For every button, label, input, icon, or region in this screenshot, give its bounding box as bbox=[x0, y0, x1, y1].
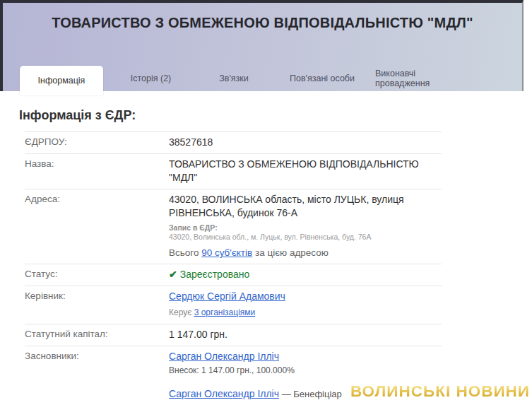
head-label: Керівник: bbox=[25, 290, 169, 319]
check-icon: ✔ bbox=[169, 269, 177, 280]
manages-prefix: Керує bbox=[169, 307, 194, 317]
name-value: ТОВАРИСТВО З ОБМЕЖЕНОЮ ВІДПОВІДАЛЬНІСТЮ … bbox=[169, 158, 441, 184]
tab-bar: Інформація Історія (2) Зв'язки Пов'язані… bbox=[20, 66, 465, 95]
table-row-name: Назва: ТОВАРИСТВО З ОБМЕЖЕНОЮ ВІДПОВІДАЛ… bbox=[25, 154, 442, 189]
subjects-suffix: за цією адресою bbox=[252, 247, 329, 258]
beneficiary-details: Дата Народження 01.06.1978, Країна Грома… bbox=[169, 402, 436, 405]
table-row-capital: Статутний капітал: 1 147.00 грн. bbox=[25, 324, 442, 346]
head-value-block: Сердюк Сергій Адамович Керує 3 організац… bbox=[169, 290, 441, 319]
tab-related-persons[interactable]: Пов'язані особи bbox=[269, 66, 375, 91]
subjects-line: Всього 90 суб'єктів за цією адресою bbox=[169, 246, 441, 259]
status-label: Статус: bbox=[25, 268, 169, 281]
tab-connections[interactable]: Зв'язки bbox=[199, 66, 269, 91]
subjects-count-link[interactable]: 90 суб'єктів bbox=[201, 247, 252, 258]
capital-value: 1 147.00 грн. bbox=[169, 328, 441, 341]
capital-label: Статутний капітал: bbox=[25, 328, 169, 341]
beneficiary-suffix: — Бенефіціар bbox=[279, 389, 342, 399]
company-info-table: ЄДРПОУ: 38527618 Назва: ТОВАРИСТВО З ОБМ… bbox=[25, 131, 442, 405]
registry-note-text: 43020, Волинська обл., м. Луцьк, вул. Рі… bbox=[169, 233, 441, 242]
table-row-edrpou: ЄДРПОУ: 38527618 bbox=[25, 132, 442, 154]
name-label: Назва: bbox=[25, 158, 169, 184]
tab-information[interactable]: Інформація bbox=[20, 66, 103, 95]
status-value-block: ✔Зареєстровано bbox=[169, 268, 441, 281]
table-row-status: Статус: ✔Зареєстровано bbox=[25, 264, 442, 286]
address-label: Адреса: bbox=[25, 193, 169, 259]
manages-line: Керує 3 організаціями bbox=[169, 306, 441, 319]
section-title: Інформація з ЄДР: bbox=[19, 108, 532, 123]
registry-note: Запис в ЄДР: 43020, Волинська обл., м. Л… bbox=[169, 223, 441, 242]
registry-note-title: Запис в ЄДР: bbox=[169, 223, 441, 233]
table-row-address: Адреса: 43020, ВОЛИНСЬКА область, місто … bbox=[25, 189, 442, 264]
tab-history[interactable]: Історія (2) bbox=[103, 66, 199, 91]
news-watermark: ВОЛИНСЬКІ НОВИНИ bbox=[350, 382, 530, 401]
head-name-link[interactable]: Сердюк Сергій Адамович bbox=[169, 290, 285, 302]
edrpou-value: 38527618 bbox=[169, 136, 441, 149]
address-value: 43020, ВОЛИНСЬКА область, місто ЛУЦЬК, в… bbox=[169, 193, 441, 220]
beneficiary-name-link[interactable]: Сарган Олександр Ілліч bbox=[169, 388, 279, 399]
edrpou-label: ЄДРПОУ: bbox=[25, 136, 169, 149]
company-title: ТОВАРИСТВО З ОБМЕЖЕНОЮ ВІДПОВІДАЛЬНІСТЮ … bbox=[3, 3, 522, 31]
tab-enforcement-proceedings[interactable]: Виконавчі провадження bbox=[375, 66, 465, 91]
company-header-panel: ТОВАРИСТВО З ОБМЕЖЕНОЮ ВІДПОВІДАЛЬНІСТЮ … bbox=[0, 0, 524, 91]
table-row-head: Керівник: Сердюк Сергій Адамович Керує 3… bbox=[25, 286, 442, 324]
status-value: Зареєстровано bbox=[180, 269, 250, 280]
subjects-prefix: Всього bbox=[169, 247, 201, 258]
founder-name-link[interactable]: Сарган Олександр Ілліч bbox=[169, 351, 279, 362]
founders-label: Засновники: bbox=[25, 350, 169, 405]
address-value-block: 43020, ВОЛИНСЬКА область, місто ЛУЦЬК, в… bbox=[169, 193, 441, 259]
main-content: Інформація з ЄДР: ЄДРПОУ: 38527618 Назва… bbox=[0, 108, 532, 405]
manages-count-link[interactable]: 3 організаціями bbox=[194, 307, 256, 317]
founder-contribution: Внесок: 1 147.00 грн., 100.000% bbox=[169, 364, 441, 377]
